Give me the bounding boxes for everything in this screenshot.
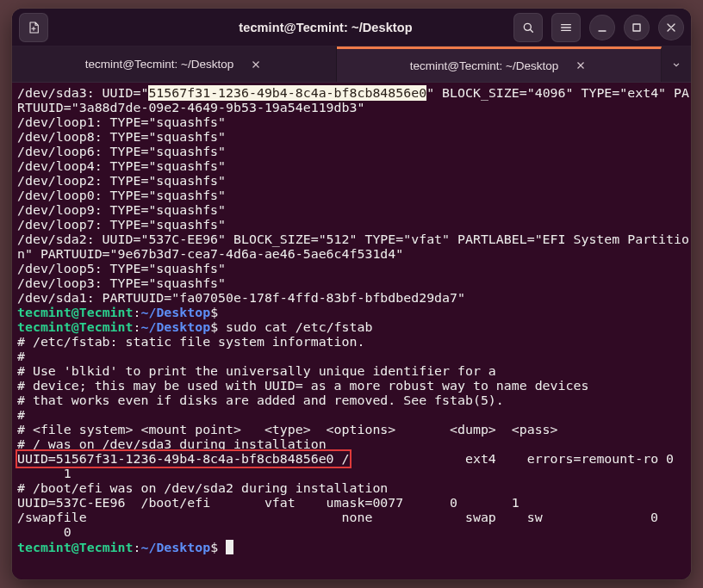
prompt-at: @ [72,540,79,555]
output-line: 1 [17,466,72,481]
output-line: 0 [17,524,72,540]
output-line: ext4 errors=remount-ro 0 [350,451,682,467]
output-line: /dev/sda1: PARTUUID="fa07050e-178f-4ffd-… [17,290,465,306]
tab-overflow-button[interactable] [662,46,691,82]
output-line: # /boot/efi was on /dev/sda2 during inst… [17,480,388,496]
minimize-button[interactable] [589,15,615,40]
search-button[interactable] [513,13,543,42]
output-line: /dev/loop1: TYPE="squashfs" [17,115,226,130]
output-line: # [17,349,25,364]
prompt-user: tecmint [17,319,72,335]
prompt-user: tecmint [17,540,72,555]
tab-1[interactable]: tecmint@Tecmint: ~/Desktop [12,46,337,82]
output-line: /dev/loop4: TYPE="squashfs" [17,158,226,174]
output-line: /dev/loop6: TYPE="squashfs" [17,144,226,159]
prompt-path: ~/Desktop [140,305,210,320]
tab-close-button[interactable] [574,59,588,72]
hamburger-icon [559,21,573,34]
output-line: # / was on /dev/sda3 during installation [17,436,327,452]
output-line: # device; this may be used with UUID= as… [17,378,588,393]
close-icon [575,59,587,71]
new-tab-icon [27,21,40,34]
output-line: /dev/sda2: UUID="537C-EE96" BLOCK_SIZE="… [17,232,689,247]
prompt-dollar: $ [210,540,226,555]
close-icon [664,21,678,34]
output-line: # /etc/fstab: static file system informa… [17,334,364,350]
highlighted-line: UUID=51567f31-1236-49b4-8c4a-bf8cb84856e… [17,451,350,467]
terminal-window: tecmint@Tecmint: ~/Desktop tecmint@Tecmi… [12,9,691,579]
prompt-path: ~/Desktop [140,540,210,555]
close-icon [250,59,262,71]
prompt-dollar: $ [210,319,218,335]
output-line: /dev/loop3: TYPE="squashfs" [17,275,226,291]
command-line: sudo cat /etc/fstab [218,319,372,335]
output-line: /dev/loop7: TYPE="squashfs" [17,217,226,232]
output-line: " BLOCK_SIZE="4096" TYPE="ext4" PA [426,85,689,101]
cursor [226,540,233,554]
tab-2[interactable]: tecmint@Tecmint: ~/Desktop [337,46,662,82]
prompt-host: Tecmint [79,305,134,320]
new-tab-button[interactable] [19,13,48,42]
tab-strip: tecmint@Tecmint: ~/Desktop tecmint@Tecmi… [12,46,691,83]
output-line: /dev/loop0: TYPE="squashfs" [17,188,226,203]
output-line: /dev/loop5: TYPE="squashfs" [17,261,226,276]
tab-label: tecmint@Tecmint: ~/Desktop [410,59,558,72]
prompt-path: ~/Desktop [140,319,210,335]
prompt-at: @ [72,319,79,335]
output-line: /dev/loop9: TYPE="squashfs" [17,202,226,218]
prompt-user: tecmint [17,305,72,320]
prompt-dollar: $ [210,305,218,320]
menu-button[interactable] [551,13,581,42]
output-line: /dev/loop2: TYPE="squashfs" [17,173,226,189]
tab-label: tecmint@Tecmint: ~/Desktop [85,58,233,71]
prompt-host: Tecmint [79,319,134,335]
search-icon [521,21,535,34]
prompt-host: Tecmint [79,540,134,555]
output-line: UUID=537C-EE96 /boot/efi vfat umask=0077… [17,495,519,511]
tab-close-button[interactable] [249,58,263,71]
maximize-button[interactable] [624,15,650,40]
output-line: n" PARTUUID="9e67b3d7-cea7-4d6a-ae46-5ae… [17,246,403,262]
output-line: /swapfile none swap sw 0 [17,510,666,525]
window-title: tecmint@Tecmint: ~/Desktop [155,21,496,34]
chevron-down-icon [670,59,682,71]
output-line: RTUUID="3a88d7de-09e2-4649-9b53-19a54e11… [17,100,364,115]
prompt-at: @ [72,305,79,320]
output-line: /dev/sda3: UUID=" [17,85,148,101]
svg-rect-1 [633,24,640,31]
output-line: # that works even if disks are added and… [17,393,504,408]
output-line: # Use 'blkid' to print the universally u… [17,363,496,379]
output-line: /dev/loop8: TYPE="squashfs" [17,129,226,145]
output-line: # <file system> <mount point> <type> <op… [17,422,558,437]
maximize-icon [630,21,644,34]
output-line: # [17,407,25,423]
output-selection: 51567f31-1236-49b4-8c4a-bf8cb84856e0 [148,85,426,101]
minimize-icon [595,21,609,34]
title-bar: tecmint@Tecmint: ~/Desktop [12,9,691,46]
close-window-button[interactable] [658,15,684,40]
terminal-output[interactable]: /dev/sda3: UUID="51567f31-1236-49b4-8c4a… [12,83,691,579]
